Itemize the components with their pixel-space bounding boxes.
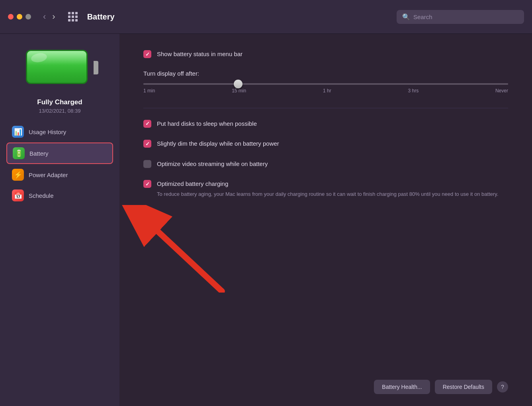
- schedule-icon: 📅: [12, 189, 24, 201]
- slider-thumb[interactable]: [234, 80, 243, 88]
- content-area: ✓ Show battery status in menu bar Turn d…: [119, 34, 532, 406]
- hard-disks-setting-row: ✓ Put hard disks to sleep when possible: [143, 119, 508, 129]
- slider-fill: [143, 83, 508, 85]
- hard-disks-checkbox[interactable]: ✓: [143, 120, 151, 128]
- battery-body: [26, 50, 88, 84]
- battery-illustration-container: [26, 50, 94, 86]
- slider-label-1hr: 1 hr: [323, 88, 331, 94]
- show-battery-label: Show battery status in menu bar: [157, 50, 243, 59]
- optimize-video-setting-row: Optimize video streaming while on batter…: [143, 160, 508, 169]
- optimized-charging-description: To reduce battery aging, your Mac learns…: [157, 190, 499, 198]
- main-area: Fully Charged 13/02/2021, 08:39 📊 Usage …: [0, 34, 532, 406]
- sidebar-label-power-adapter: Power Adapter: [29, 172, 68, 178]
- battery-tip: [94, 61, 98, 74]
- forward-button[interactable]: ›: [50, 12, 57, 22]
- optimized-charging-setting-row: ✓ Optimized battery charging To reduce b…: [143, 180, 508, 198]
- slider-labels: 1 min 15 min 1 hr 3 hrs Never: [143, 88, 508, 94]
- sidebar: Fully Charged 13/02/2021, 08:39 📊 Usage …: [0, 34, 119, 406]
- hard-disks-label: Put hard disks to sleep when possible: [157, 119, 257, 129]
- sidebar-item-battery[interactable]: 🔋 Battery: [6, 142, 113, 164]
- minimize-button[interactable]: [17, 14, 22, 20]
- close-button[interactable]: [8, 14, 14, 20]
- sidebar-item-usage-history[interactable]: 📊 Usage History: [6, 122, 113, 142]
- battery-icon: 🔋: [13, 147, 25, 159]
- search-icon: 🔍: [402, 13, 410, 21]
- search-placeholder: Search: [413, 14, 432, 20]
- power-adapter-icon: ⚡: [12, 169, 24, 181]
- divider-1: [143, 108, 508, 108]
- optimized-charging-label: Optimized battery charging: [157, 180, 228, 187]
- grid-icon[interactable]: [68, 12, 78, 21]
- sidebar-nav: 📊 Usage History 🔋 Battery ⚡ Power Adapte…: [0, 114, 119, 205]
- battery-illustration: [26, 50, 94, 86]
- svg-line-1: [158, 232, 222, 291]
- back-button[interactable]: ‹: [41, 12, 48, 22]
- display-slider-label: Turn display off after:: [143, 70, 508, 77]
- window-title: Battery: [87, 12, 390, 21]
- sidebar-label-battery: Battery: [29, 150, 49, 157]
- dim-display-setting-row: ✓ Slightly dim the display while on batt…: [143, 139, 508, 148]
- show-battery-checkbox[interactable]: ✓: [143, 50, 151, 58]
- usage-history-icon: 📊: [12, 126, 24, 138]
- nav-arrows: ‹ ›: [41, 12, 58, 22]
- arrow-annotation: [119, 205, 239, 293]
- show-battery-setting-row: ✓ Show battery status in menu bar: [143, 50, 508, 59]
- titlebar: ‹ › Battery 🔍 Search: [0, 0, 532, 34]
- dim-display-label: Slightly dim the display while on batter…: [157, 139, 279, 148]
- optimize-video-checkbox[interactable]: [143, 160, 151, 168]
- battery-shine: [30, 52, 47, 64]
- help-button[interactable]: ?: [497, 381, 508, 392]
- slider-label-never: Never: [495, 88, 508, 94]
- slider-label-3hrs: 3 hrs: [408, 88, 419, 94]
- sidebar-item-power-adapter[interactable]: ⚡ Power Adapter: [6, 165, 113, 185]
- battery-date: 13/02/2021, 08:39: [37, 108, 82, 114]
- optimized-charging-checkbox[interactable]: ✓: [143, 180, 151, 188]
- maximize-button[interactable]: [25, 14, 31, 20]
- sidebar-item-schedule[interactable]: 📅 Schedule: [6, 185, 113, 205]
- optimize-video-label: Optimize video streaming while on batter…: [157, 160, 268, 169]
- bottom-bar: Battery Health... Restore Defaults ?: [374, 380, 508, 394]
- display-slider-track[interactable]: [143, 83, 508, 85]
- display-slider-container: Turn display off after: 1 min 15 min 1 h…: [143, 70, 508, 94]
- traffic-lights: [8, 14, 31, 20]
- dim-display-checkbox[interactable]: ✓: [143, 140, 151, 148]
- slider-label-15min: 15 min: [232, 88, 246, 94]
- optimized-charging-text-block: Optimized battery charging To reduce bat…: [157, 180, 499, 198]
- slider-label-1min: 1 min: [143, 88, 155, 94]
- sidebar-label-usage-history: Usage History: [29, 129, 66, 135]
- sidebar-label-schedule: Schedule: [29, 192, 54, 199]
- battery-status: Fully Charged 13/02/2021, 08:39: [37, 98, 82, 114]
- search-bar[interactable]: 🔍 Search: [397, 10, 524, 24]
- battery-health-button[interactable]: Battery Health...: [374, 380, 430, 394]
- battery-status-text: Fully Charged: [37, 98, 82, 106]
- restore-defaults-button[interactable]: Restore Defaults: [435, 380, 492, 394]
